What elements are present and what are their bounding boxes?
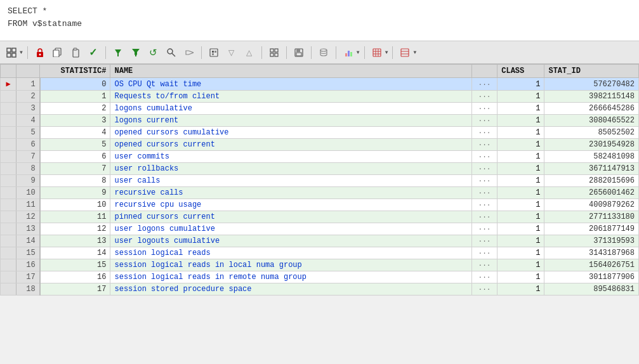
filter3-button[interactable]: △ <box>242 45 257 60</box>
table-row[interactable]: 1514session logical reads···13143187968 <box>1 247 639 259</box>
stat-id-cell: 576270482 <box>544 78 639 91</box>
statistic-cell: 4 <box>40 127 110 139</box>
chart-arrow[interactable]: ▼ <box>357 49 360 55</box>
row-indicator-cell <box>1 163 16 175</box>
statistic-cell: 16 <box>40 271 110 283</box>
sql-editor[interactable]: SELECT * FROM v$statname <box>0 0 639 41</box>
filter-all-down-button[interactable] <box>128 45 143 60</box>
row-number-cell: 10 <box>16 187 40 199</box>
class-cell: 1 <box>497 163 544 175</box>
statistic-cell: 9 <box>40 187 110 199</box>
svg-rect-22 <box>270 53 273 56</box>
ellipsis-cell[interactable]: ··· <box>471 247 497 259</box>
stat-id-header[interactable]: STAT_ID <box>544 65 639 78</box>
ellipsis-cell[interactable]: ··· <box>471 139 497 151</box>
sql-line2: FROM v$statname <box>8 18 631 30</box>
table-row[interactable]: 21Requests to/from client···13982115148 <box>1 91 639 103</box>
stat-id-cell: 3982115148 <box>544 91 639 103</box>
table-row[interactable]: 1716session logical reads in remote numa… <box>1 271 639 283</box>
check-button[interactable]: ✓ <box>86 45 101 60</box>
grid-view-button[interactable] <box>4 45 19 60</box>
chart-button[interactable] <box>341 45 356 60</box>
class-cell: 1 <box>497 199 544 211</box>
export-button[interactable] <box>206 45 221 60</box>
svg-rect-19 <box>212 53 214 55</box>
ellipsis-cell[interactable]: ··· <box>471 175 497 187</box>
class-cell: 1 <box>497 115 544 127</box>
grid-view-arrow[interactable]: ▼ <box>20 49 23 55</box>
ellipsis-cell[interactable]: ··· <box>471 127 497 139</box>
name-cell: session logical reads <box>110 247 471 259</box>
ellipsis-cell[interactable]: ··· <box>471 199 497 211</box>
ellipsis-cell[interactable]: ··· <box>471 103 497 115</box>
table-row[interactable]: 65opened cursors current···12301954928 <box>1 139 639 151</box>
table-row[interactable]: 87user rollbacks···13671147913 <box>1 163 639 175</box>
ellipsis-cell[interactable]: ··· <box>471 283 497 296</box>
ellipsis-cell[interactable]: ··· <box>471 211 497 223</box>
statistic-cell: 10 <box>40 199 110 211</box>
table-row[interactable]: ▶10OS CPU Qt wait time···1576270482 <box>1 78 639 91</box>
stat-id-cell: 3143187968 <box>544 247 639 259</box>
statistic-cell: 13 <box>40 235 110 247</box>
more-options-button[interactable] <box>397 45 412 60</box>
class-cell: 1 <box>497 271 544 283</box>
refresh-button[interactable]: ↺ <box>146 45 161 60</box>
ellipsis-cell[interactable]: ··· <box>471 235 497 247</box>
save-button[interactable] <box>291 45 306 60</box>
table-view-arrow[interactable]: ▼ <box>385 49 388 55</box>
row-indicator-cell <box>1 127 16 139</box>
statistic-cell: 2 <box>40 103 110 115</box>
ellipsis-cell[interactable]: ··· <box>471 115 497 127</box>
filter-down-button[interactable] <box>110 45 126 60</box>
svg-rect-25 <box>296 49 300 52</box>
table-row[interactable]: 54opened cursors cumulative···185052502 <box>1 127 639 139</box>
ellipsis-cell[interactable]: ··· <box>471 151 497 163</box>
svg-point-5 <box>39 53 41 55</box>
table-row[interactable]: 109recursive calls···12656001462 <box>1 187 639 199</box>
table-row[interactable]: 1413user logouts cumulative···1371319593 <box>1 235 639 247</box>
filter2-button[interactable]: ▽ <box>224 45 239 60</box>
class-cell: 1 <box>497 187 544 199</box>
row-number-cell: 8 <box>16 163 40 175</box>
class-cell: 1 <box>497 175 544 187</box>
statistic-header[interactable]: STATISTIC# <box>40 65 110 78</box>
table-row[interactable]: 98user calls···12882015696 <box>1 175 639 187</box>
row-number-cell: 12 <box>16 211 40 223</box>
table-row[interactable]: 1211pinned cursors current···12771133180 <box>1 211 639 223</box>
ellipsis-cell[interactable]: ··· <box>471 91 497 103</box>
stat-id-cell: 582481098 <box>544 151 639 163</box>
svg-marker-10 <box>115 49 121 56</box>
table-row[interactable]: 1817session stored procedure space···189… <box>1 283 639 296</box>
class-header[interactable]: CLASS <box>497 65 544 78</box>
stat-id-cell: 2666645286 <box>544 103 639 115</box>
lock-button[interactable] <box>32 45 48 60</box>
table-row[interactable]: 1312user logons cumulative···12061877149 <box>1 223 639 235</box>
svg-rect-8 <box>73 49 79 57</box>
ellipsis-cell[interactable]: ··· <box>471 78 497 91</box>
table-row[interactable]: 32logons cumulative···12666645286 <box>1 103 639 115</box>
table-view-button[interactable] <box>369 45 385 60</box>
name-cell: user logouts cumulative <box>110 235 471 247</box>
ellipsis-cell[interactable]: ··· <box>471 223 497 235</box>
ellipsis-cell[interactable]: ··· <box>471 259 497 271</box>
svg-rect-32 <box>373 49 381 56</box>
more-options-arrow[interactable]: ▼ <box>413 49 416 55</box>
search-button[interactable] <box>164 45 179 60</box>
ellipsis-cell[interactable]: ··· <box>471 271 497 283</box>
db-button[interactable] <box>316 45 331 60</box>
svg-rect-3 <box>12 53 16 57</box>
table-row[interactable]: 76user commits···1582481098 <box>1 151 639 163</box>
clear-button[interactable] <box>181 45 197 60</box>
table-row[interactable]: 1110recursive cpu usage···14009879262 <box>1 199 639 211</box>
copy-button[interactable] <box>50 45 65 60</box>
grid2-button[interactable] <box>267 45 282 60</box>
svg-marker-15 <box>186 51 194 55</box>
ellipsis-cell[interactable]: ··· <box>471 187 497 199</box>
toolbar: ▼ ✓ ↺ <box>0 41 639 64</box>
table-row[interactable]: 1615session logical reads in local numa … <box>1 259 639 271</box>
name-header[interactable]: NAME <box>110 65 471 78</box>
paste-button[interactable] <box>68 45 83 60</box>
table-row[interactable]: 43logons current···13080465522 <box>1 115 639 127</box>
ellipsis-cell[interactable]: ··· <box>471 163 497 175</box>
statistic-cell: 8 <box>40 175 110 187</box>
